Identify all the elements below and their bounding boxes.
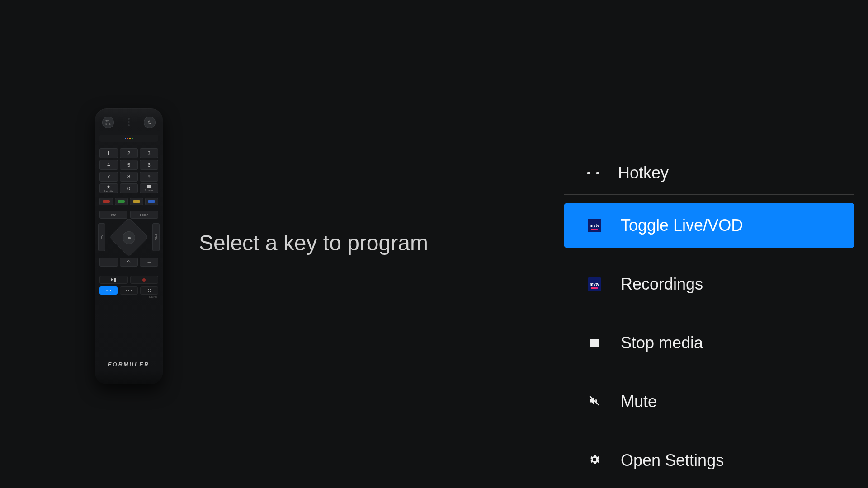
tv-stb-button[interactable]: TV STB: [102, 117, 114, 128]
dpad[interactable]: OK: [108, 223, 150, 251]
remote-control: TV STB 1 2 3 4 5 6 7 8 9: [95, 108, 163, 384]
gear-icon: [588, 453, 601, 468]
groups-button[interactable]: Groups: [140, 183, 158, 193]
menu-item-label: Toggle Live/VOD: [621, 216, 743, 235]
color-key-red[interactable]: [99, 198, 113, 205]
ok-button[interactable]: OK: [123, 231, 135, 244]
numpad-4[interactable]: 4: [99, 160, 118, 170]
menu-item-label: Stop media: [621, 333, 703, 352]
numpad-3[interactable]: 3: [140, 148, 158, 158]
hotkey-3-button[interactable]: [140, 286, 158, 295]
menu-item-toggle-live-vod[interactable]: mytvToggle Live/VOD: [564, 203, 854, 248]
hotkey-2-button[interactable]: [120, 286, 138, 295]
source-label: Source: [99, 296, 158, 298]
numpad-7[interactable]: 7: [99, 172, 118, 182]
record-button[interactable]: [130, 276, 159, 284]
color-key-green[interactable]: [115, 198, 128, 205]
numpad-8[interactable]: 8: [120, 172, 138, 182]
menu-item-mute[interactable]: Mute: [564, 379, 854, 424]
menu-item-stop-media[interactable]: Stop media: [564, 320, 854, 366]
power-button[interactable]: [144, 117, 156, 128]
menu-button[interactable]: [140, 258, 158, 267]
menu-item-label: Mute: [621, 392, 657, 411]
google-assistant-button[interactable]: [99, 135, 158, 142]
mytv-icon: mytv: [588, 277, 601, 291]
hotkey-icon: [587, 172, 599, 174]
back-button[interactable]: [99, 258, 118, 267]
mytv-icon: mytv: [588, 219, 601, 232]
menu-item-label: Open Settings: [621, 451, 724, 470]
hotkey-1-button[interactable]: [99, 286, 118, 295]
favorite-button[interactable]: Favorite: [99, 183, 118, 193]
page-prompt: Select a key to program: [199, 230, 428, 255]
home-button[interactable]: [120, 258, 138, 267]
numpad-2[interactable]: 2: [120, 148, 138, 158]
numpad-9[interactable]: 9: [140, 172, 158, 182]
play-pause-button[interactable]: [99, 276, 128, 284]
menu-header: Hotkey: [564, 164, 854, 195]
color-key-yellow[interactable]: [130, 198, 143, 205]
numpad-0[interactable]: 0: [120, 183, 138, 193]
volume-rocker[interactable]: Vol: [98, 223, 105, 251]
brand-logo: FORMULER: [95, 361, 163, 368]
guide-button[interactable]: Guide: [130, 211, 158, 219]
numpad-5[interactable]: 5: [120, 160, 138, 170]
color-key-blue[interactable]: [145, 198, 159, 205]
menu-header-label: Hotkey: [618, 164, 669, 183]
menu-item-label: Recordings: [621, 275, 703, 294]
google-assistant-icon: [125, 138, 133, 139]
info-button[interactable]: Info: [99, 211, 127, 219]
channel-rocker[interactable]: P/Ch: [152, 223, 160, 251]
numpad-1[interactable]: 1: [99, 148, 118, 158]
menu-item-recordings[interactable]: mytvRecordings: [564, 262, 854, 307]
mute-icon: [588, 394, 601, 409]
microphone-icon: [128, 118, 130, 128]
menu-item-open-settings[interactable]: Open Settings: [564, 438, 854, 483]
numpad-6[interactable]: 6: [140, 160, 158, 170]
stop-icon: [590, 339, 599, 347]
hotkey-menu: Hotkey mytvToggle Live/VODmytvRecordings…: [564, 164, 854, 488]
